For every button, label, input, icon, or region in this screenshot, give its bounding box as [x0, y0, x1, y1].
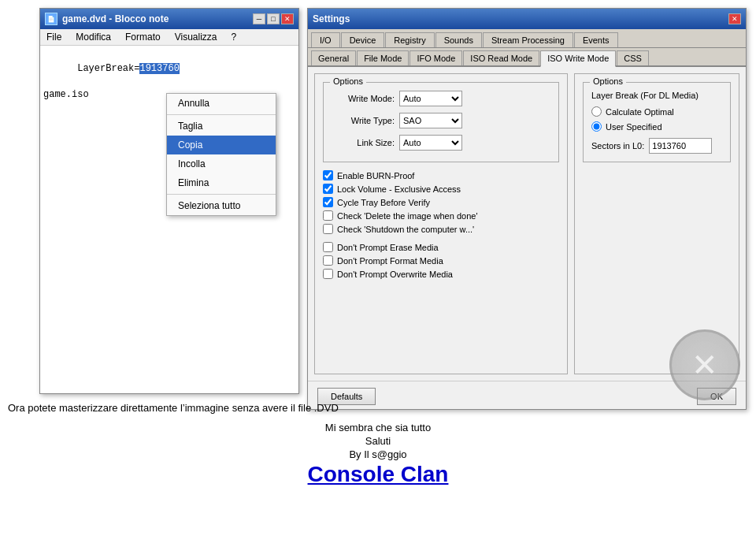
checkbox-no-overwrite-label: Don't Prompt Overwrite Media — [337, 270, 453, 279]
menu-help[interactable]: ? — [228, 31, 240, 43]
settings-window-controls: ✕ — [728, 13, 741, 24]
context-seleziona-tutto[interactable]: Seleziona tutto — [167, 196, 276, 215]
tab-file-mode[interactable]: File Mode — [357, 50, 409, 65]
settings-titlebar: Settings ✕ — [308, 9, 746, 29]
tab-iso-write-mode[interactable]: ISO Write Mode — [540, 50, 616, 67]
sectors-input[interactable] — [649, 138, 712, 154]
close-button[interactable]: ✕ — [281, 13, 294, 24]
checkboxes-group2: Don't Prompt Erase Media Don't Prompt Fo… — [323, 242, 559, 279]
left-options-panel: Options Write Mode: Auto Write Type: SAO… — [314, 73, 568, 374]
sectors-label: Sectors in L0: — [591, 141, 644, 151]
maximize-button[interactable]: □ — [267, 13, 280, 24]
menu-modifica[interactable]: Modifica — [72, 31, 114, 43]
radio-user-specified-input[interactable] — [591, 121, 602, 132]
logo-watermark: ✕ — [669, 329, 740, 400]
radio-user-specified-label: User Specified — [606, 122, 662, 132]
console-clan-link[interactable]: Console Clan — [8, 462, 748, 487]
link-size-label: Link Size: — [332, 138, 395, 147]
left-options-legend: Options — [330, 76, 366, 86]
checkbox-no-overwrite-input[interactable] — [323, 269, 333, 279]
checkbox-delete-image: Check 'Delete the image when done' — [323, 210, 559, 221]
write-mode-select[interactable]: Auto — [399, 91, 462, 106]
checkbox-cycle-tray-input[interactable] — [323, 197, 333, 207]
checkbox-burn-proof: Enable BURN-Proof — [323, 170, 559, 180]
notepad-menubar: File Modifica Formato Visualizza ? — [40, 29, 298, 46]
context-incolla[interactable]: Incolla — [167, 154, 276, 173]
checkbox-no-format-label: Don't Prompt Format Media — [337, 256, 443, 266]
notepad-app-icon: 📄 — [45, 13, 57, 25]
radio-calculate-optimal-label: Calculate Optimal — [606, 107, 674, 117]
write-options-fieldset: Options Write Mode: Auto Write Type: SAO… — [323, 82, 559, 162]
bottom-line1: Ora potete masterizzare direttamente l’i… — [8, 402, 748, 414]
notepad-window: 📄 game.dvd - Blocco note ─ □ ✕ File Modi… — [39, 8, 299, 394]
context-menu: Annulla Taglia Copia Incolla Elimina Sel… — [166, 93, 276, 216]
tab-sounds[interactable]: Sounds — [435, 32, 482, 47]
context-separator-2 — [167, 194, 276, 195]
context-annulla[interactable]: Annulla — [167, 94, 276, 113]
checkbox-cycle-tray-label: Cycle Tray Before Verify — [337, 198, 430, 207]
layer-break-heading: Layer Break (For DL Media) — [591, 91, 722, 100]
logo-icon: ✕ — [691, 347, 718, 383]
link-size-select[interactable]: Auto — [399, 135, 462, 151]
settings-title: Settings — [313, 13, 350, 24]
checkbox-no-erase: Don't Prompt Erase Media — [323, 242, 559, 252]
bottom-center: Mi sembra che sia tutto Saluti By Il s@g… — [8, 422, 748, 487]
tab-iso-read-mode[interactable]: ISO Read Mode — [463, 50, 539, 65]
write-type-label: Write Type: — [332, 116, 395, 125]
checkbox-shutdown-input[interactable] — [323, 224, 333, 234]
write-type-row: Write Type: SAO — [332, 113, 550, 128]
right-options-legend: Options — [590, 76, 626, 86]
settings-tabs-top: I/O Device Registry Sounds Stream Proces… — [308, 29, 746, 48]
checkbox-lock-volume-label: Lock Volume - Exclusive Access — [337, 184, 461, 194]
notepad-content-area[interactable]: LayerBreak=1913760 game.iso Annulla Tagl… — [40, 46, 298, 383]
text-layerbreak-label: LayerBreak= — [77, 63, 139, 74]
bottom-text-area: Ora potete masterizzare direttamente l’i… — [0, 402, 756, 487]
settings-close-button[interactable]: ✕ — [728, 13, 741, 24]
context-elimina[interactable]: Elimina — [167, 173, 276, 192]
radio-calculate-optimal-input[interactable] — [591, 106, 602, 117]
tab-registry[interactable]: Registry — [385, 32, 434, 47]
notepad-title: game.dvd - Blocco note — [62, 13, 169, 24]
tab-events[interactable]: Events — [574, 32, 618, 47]
tab-stream-processing[interactable]: Stream Processing — [483, 32, 573, 47]
write-type-select[interactable]: SAO — [399, 113, 462, 128]
checkbox-no-erase-label: Don't Prompt Erase Media — [337, 243, 439, 252]
bottom-line3: Saluti — [8, 435, 748, 447]
text-layerbreak-value: 1913760 — [139, 63, 179, 74]
window-controls: ─ □ ✕ — [253, 13, 294, 24]
checkbox-lock-volume: Lock Volume - Exclusive Access — [323, 184, 559, 194]
tab-ifo-mode[interactable]: IFO Mode — [410, 50, 462, 65]
notepad-titlebar: 📄 game.dvd - Blocco note ─ □ ✕ — [40, 9, 298, 29]
tab-general[interactable]: General — [311, 50, 356, 65]
checkboxes-group1: Enable BURN-Proof Lock Volume - Exclusiv… — [323, 170, 559, 234]
write-mode-row: Write Mode: Auto — [332, 91, 550, 106]
menu-formato[interactable]: Formato — [122, 31, 164, 43]
right-options-fieldset: Options Layer Break (For DL Media) Calcu… — [583, 82, 731, 162]
checkbox-burn-proof-label: Enable BURN-Proof — [337, 171, 414, 180]
menu-visualizza[interactable]: Visualizza — [172, 31, 220, 43]
sectors-row: Sectors in L0: — [591, 138, 722, 154]
radio-user-specified: User Specified — [591, 121, 722, 132]
write-mode-label: Write Mode: — [332, 94, 395, 103]
checkbox-delete-image-label: Check 'Delete the image when done' — [337, 211, 477, 221]
minimize-button[interactable]: ─ — [253, 13, 265, 24]
checkbox-burn-proof-input[interactable] — [323, 170, 333, 180]
context-separator-1 — [167, 114, 276, 115]
context-taglia[interactable]: Taglia — [167, 117, 276, 136]
bottom-line4: By Il s@ggio — [8, 448, 748, 460]
context-copia[interactable]: Copia — [167, 136, 276, 154]
checkbox-lock-volume-input[interactable] — [323, 184, 333, 194]
tab-css[interactable]: CSS — [617, 50, 649, 65]
menu-file[interactable]: File — [43, 31, 65, 43]
checkbox-no-format-input[interactable] — [323, 255, 333, 266]
checkbox-shutdown-label: Check 'Shutdown the computer w...' — [337, 225, 474, 234]
checkbox-no-erase-input[interactable] — [323, 242, 333, 252]
checkbox-no-format: Don't Prompt Format Media — [323, 255, 559, 266]
tab-device[interactable]: Device — [341, 32, 385, 47]
link-size-row: Link Size: Auto — [332, 135, 550, 151]
notepad-title-area: 📄 game.dvd - Blocco note — [45, 13, 169, 25]
checkbox-shutdown: Check 'Shutdown the computer w...' — [323, 224, 559, 234]
settings-tabs-second: General File Mode IFO Mode ISO Read Mode… — [308, 48, 746, 67]
tab-io[interactable]: I/O — [311, 32, 340, 47]
checkbox-delete-image-input[interactable] — [323, 210, 333, 221]
